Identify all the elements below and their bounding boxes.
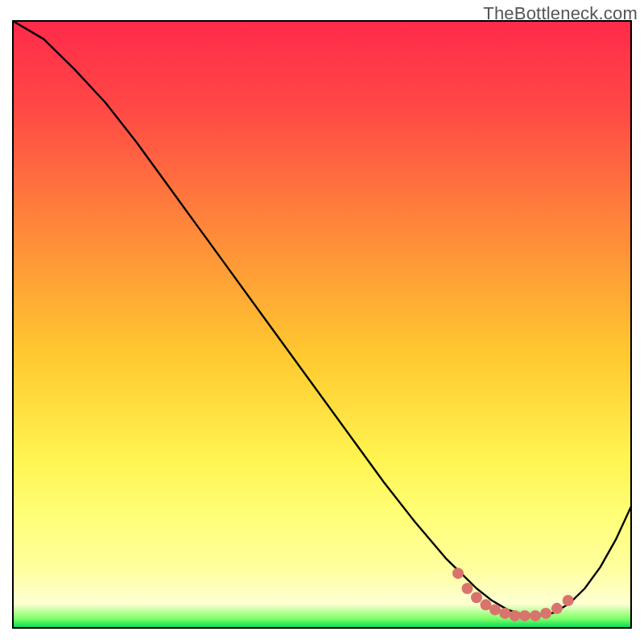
gradient-background [13, 21, 631, 628]
marker-dot [563, 595, 574, 606]
marker-dot [461, 583, 473, 594]
marker-dot [499, 608, 510, 619]
marker-dot [510, 610, 521, 621]
chart-stage: TheBottleneck.com [0, 0, 644, 644]
marker-dot [530, 610, 541, 621]
marker-dot [540, 608, 551, 619]
marker-dot [489, 604, 501, 615]
bottleneck-chart [0, 0, 644, 644]
marker-dot [519, 610, 530, 621]
marker-dot [452, 568, 464, 579]
marker-dot [551, 603, 563, 614]
marker-dot [471, 592, 482, 603]
